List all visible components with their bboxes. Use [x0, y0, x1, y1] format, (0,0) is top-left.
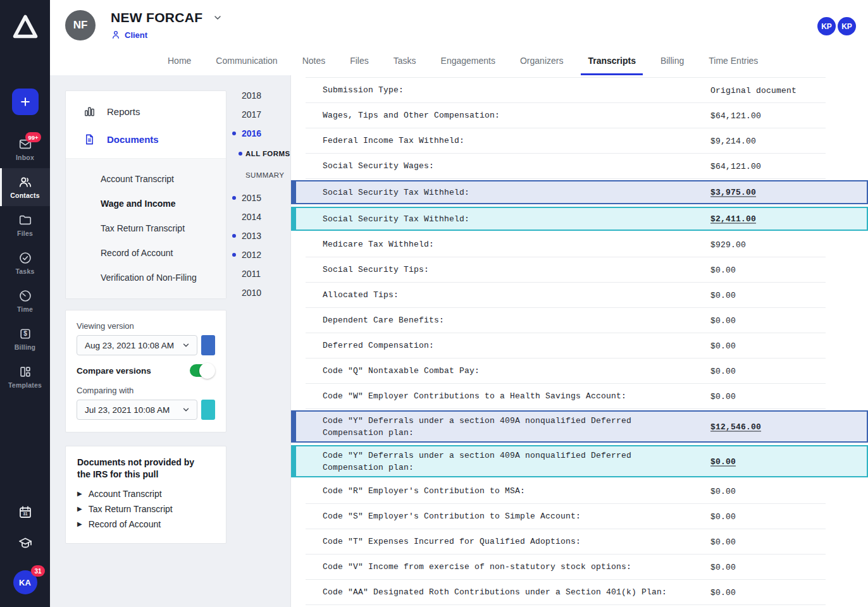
chevron-down-icon	[182, 405, 190, 414]
team-avatar[interactable]: KP	[816, 16, 837, 37]
transcript-row[interactable]: Code "V" Income from exercise of non-sta…	[306, 555, 826, 580]
transcript-row[interactable]: Code "Q" Nontaxable Combat Pay:$0.00	[306, 359, 826, 384]
sidebar-item-contacts[interactable]: Contacts	[0, 168, 50, 206]
tab-organizers[interactable]: Organizers	[520, 56, 563, 75]
tab-files[interactable]: Files	[350, 56, 369, 75]
document-type-item[interactable]: Verification of Non-Filing	[66, 265, 226, 290]
sidebar-bottom-tools: 31 KA 31	[13, 505, 37, 607]
client-avatar: NF	[65, 10, 96, 40]
tab-notes[interactable]: Notes	[302, 56, 326, 75]
not-provided-item[interactable]: ▶Tax Return Transcript	[77, 501, 214, 517]
transcript-row[interactable]: Medicare Tax Withheld:$929.00	[306, 232, 826, 257]
chevron-down-icon[interactable]	[213, 13, 223, 23]
add-button[interactable]	[12, 89, 39, 115]
transcript-row[interactable]: Social Security Tips:$0.00	[306, 257, 826, 283]
client-name: NEW FORCAF	[111, 10, 202, 25]
transcript-row[interactable]: Federal Income Tax Withheld:$9,214.00	[306, 128, 826, 154]
year-item-2017[interactable]: 2017	[226, 105, 290, 124]
transcript-row[interactable]: Social Security Tax Withheld:$3,975.00	[291, 180, 868, 204]
files-icon	[18, 213, 32, 227]
transcript-row[interactable]: Wages, Tips and Other Compensation:$64,1…	[306, 103, 826, 128]
transcript-row[interactable]: Deferred Compensation:$0.00	[306, 333, 826, 359]
year-item-2011[interactable]: 2011	[226, 264, 290, 283]
row-value: $0.00	[710, 366, 736, 376]
sidebar-item-label: Inbox	[16, 154, 34, 161]
transcript-row[interactable]: Code "AA" Designated Roth Contributions …	[306, 580, 826, 605]
selected-dot	[232, 253, 236, 257]
team-avatar[interactable]: KP	[836, 16, 857, 37]
client-type-link[interactable]: Client	[111, 30, 223, 40]
document-type-item[interactable]: Account Transcript	[66, 166, 226, 191]
menu-item-documents[interactable]: Documents	[66, 125, 226, 153]
sidebar-item-inbox[interactable]: 99+Inbox	[0, 130, 50, 168]
year-item-2016[interactable]: 2016	[226, 124, 290, 143]
tab-engagements[interactable]: Engagements	[441, 56, 495, 75]
triangle-right-icon: ▶	[77, 506, 82, 512]
row-label: Code "Q" Nontaxable Combat Pay:	[323, 365, 480, 377]
year-item-2013[interactable]: 2013	[226, 226, 290, 245]
canopy-logo-icon[interactable]	[11, 13, 39, 40]
year-item-2012[interactable]: 2012	[226, 245, 290, 264]
year-label: 2013	[242, 231, 261, 241]
row-label: Submission Type:	[323, 84, 404, 96]
year-label: 2010	[242, 288, 261, 298]
document-type-item[interactable]: Tax Return Transcript	[66, 216, 226, 240]
document-type-item[interactable]: Record of Account	[66, 240, 226, 265]
selected-dot	[232, 234, 236, 238]
graduation-cap-icon[interactable]	[18, 536, 33, 551]
sidebar-item-billing[interactable]: $Billing	[0, 320, 50, 358]
sidebar-item-files[interactable]: Files	[0, 206, 50, 244]
transcript-row[interactable]: Submission Type:Original document	[306, 78, 826, 103]
year-label: 2016	[242, 128, 261, 138]
transcript-row[interactable]: Social Security Tax Withheld:$2,411.00	[291, 207, 868, 231]
transcript-row[interactable]: Code "Y" Deferrals under a section 409A …	[291, 410, 868, 443]
sidebar-item-templates[interactable]: Templates	[0, 358, 50, 396]
sidebar-item-tasks[interactable]: Tasks	[0, 244, 50, 282]
row-label: Code "W" Employer Contributions to a Hea…	[323, 390, 626, 402]
tab-communication[interactable]: Communication	[216, 56, 277, 75]
not-provided-item[interactable]: ▶Record of Account	[77, 517, 214, 532]
year-item-summary[interactable]: SUMMARY	[226, 164, 290, 186]
transcript-row[interactable]: Code "T" Expenses Incurred for Qualified…	[306, 529, 826, 555]
transcript-row[interactable]: Dependent Care Benefits:$0.00	[306, 308, 826, 333]
transcript-row[interactable]: Code "W" Employer Contributions to a Hea…	[306, 384, 826, 409]
year-item-all-forms[interactable]: ALL FORMS	[226, 143, 290, 164]
person-icon	[111, 30, 121, 40]
cards-column: Reports Documents Account TranscriptWage…	[50, 75, 226, 607]
tab-transcripts[interactable]: Transcripts	[588, 56, 635, 75]
tab-billing[interactable]: Billing	[660, 56, 684, 75]
selected-dot	[232, 132, 236, 135]
transcript-row[interactable]: Code "Y" Deferrals under a section 409A …	[291, 445, 868, 477]
client-type-label: Client	[125, 30, 147, 40]
calendar-icon[interactable]: 31	[18, 505, 33, 520]
selected-dot	[239, 152, 242, 156]
menu-item-reports[interactable]: Reports	[66, 97, 226, 125]
row-label: Code "Y" Deferrals under a section 409A …	[323, 450, 642, 474]
year-item-2014[interactable]: 2014	[226, 207, 290, 226]
sidebar-item-time[interactable]: Time	[0, 282, 50, 320]
templates-icon	[18, 365, 32, 379]
transcript-row[interactable]: Code "R" Employer's Contribution to MSA:…	[306, 479, 826, 504]
year-label: 2015	[242, 193, 261, 203]
transcript-row[interactable]: Allocated Tips:$0.00	[306, 283, 826, 308]
year-item-2010[interactable]: 2010	[226, 283, 290, 302]
transcript-table: Submission Type:Original documentWages, …	[291, 75, 868, 607]
row-label: Deferred Compensation:	[323, 340, 434, 352]
year-item-2018[interactable]: 2018	[226, 86, 290, 105]
row-value: $0.00	[710, 537, 736, 546]
tab-home[interactable]: Home	[168, 56, 191, 75]
row-value: Original document	[710, 85, 797, 95]
menu-item-label: Documents	[107, 134, 159, 145]
viewing-version-select[interactable]: Aug 23, 2021 10:08 AM	[77, 335, 197, 355]
tab-tasks[interactable]: Tasks	[394, 56, 416, 75]
row-label: Social Security Tips:	[323, 264, 429, 276]
not-provided-item[interactable]: ▶Account Transcript	[77, 486, 214, 501]
year-item-2015[interactable]: 2015	[226, 188, 290, 207]
tab-time-entries[interactable]: Time Entries	[709, 56, 758, 75]
transcript-row[interactable]: Social Security Wages:$64,121.00	[306, 154, 826, 179]
document-type-item[interactable]: Wage and Income	[66, 191, 226, 216]
transcript-row[interactable]: Code "S" Employer's Contribution to Simp…	[306, 504, 826, 529]
compare-versions-toggle[interactable]	[190, 364, 214, 377]
comparing-with-select[interactable]: Jul 23, 2021 10:08 AM	[77, 400, 197, 420]
app-sidebar: 99+InboxContactsFilesTasksTime$BillingTe…	[0, 0, 50, 607]
